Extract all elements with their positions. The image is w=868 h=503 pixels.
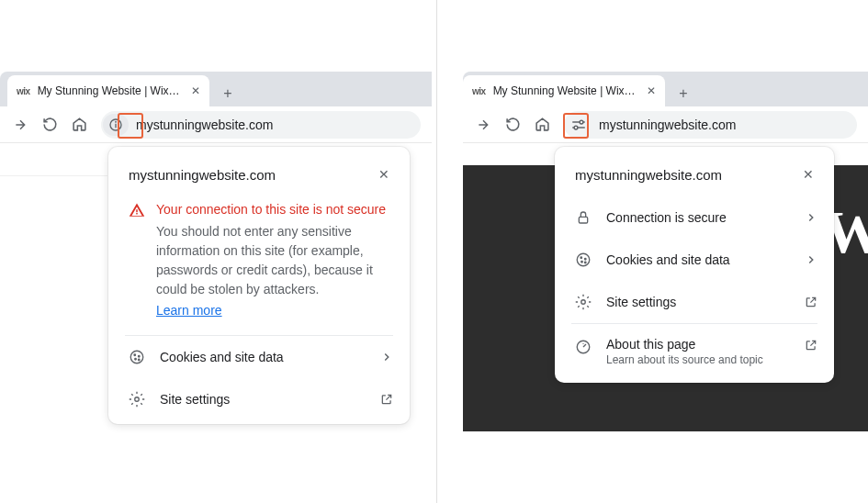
forward-button[interactable] [7,112,33,138]
svg-point-18 [585,262,587,263]
address-bar[interactable]: mystunningwebsite.com [101,111,421,139]
svg-point-8 [135,397,140,402]
warning-triangle-icon [129,202,145,319]
lock-icon [575,209,592,226]
svg-point-7 [139,359,141,361]
gauge-icon [575,339,592,355]
address-bar[interactable]: mystunningwebsite.com [564,111,857,139]
info-icon [108,117,123,132]
external-link-icon [380,393,393,406]
site-info-popup: mystunningwebsite.com ✕ Your connection … [108,147,410,424]
chevron-right-icon [805,211,817,224]
svg-point-14 [577,253,590,266]
cookies-row[interactable]: Cookies and site data [555,239,834,281]
external-link-icon [805,339,817,352]
forward-button[interactable] [470,112,496,138]
settings-label: Site settings [160,392,366,407]
svg-rect-13 [579,217,587,223]
site-info-popup: mystunningwebsite.com ✕ Connection is se… [555,147,834,383]
page-background-strip [0,143,107,176]
tab-strip: wix My Stunning Website | Wix.com ✕ + [463,72,868,106]
chevron-right-icon [380,351,393,363]
cookies-label: Cookies and site data [160,350,366,364]
url-text: mystunningwebsite.com [592,117,736,132]
svg-point-19 [581,300,586,305]
tab-title: My Stunning Website | Wix.com [493,84,636,97]
url-text: mystunningwebsite.com [129,117,273,132]
warning-title: Your connection to this site is not secu… [156,202,389,217]
svg-point-16 [585,259,587,261]
home-button[interactable] [529,112,555,138]
tab-strip: wix My Stunning Website | Wix.com ✕ + [0,72,432,106]
cookies-label: Cookies and site data [606,252,790,267]
learn-more-link[interactable]: Learn more [156,303,222,318]
cookie-icon [129,349,145,365]
cookie-icon [575,252,592,268]
security-warning: Your connection to this site is not secu… [108,196,410,335]
popup-domain-title: mystunningwebsite.com [129,167,276,183]
browser-tab[interactable]: wix My Stunning Website | Wix.com ✕ [463,75,665,106]
browser-window-secure: wix My Stunning Website | Wix.com ✕ + my… [463,0,868,503]
about-label: About this page [606,337,790,352]
settings-label: Site settings [606,295,790,309]
tune-icon [570,117,587,132]
site-info-button-insecure[interactable] [103,114,129,136]
reload-button[interactable] [37,112,62,138]
secure-label: Connection is secure [606,210,790,225]
about-subtitle: Learn about its source and topic [606,353,790,366]
svg-point-10 [580,120,583,124]
cookies-row[interactable]: Cookies and site data [108,336,410,378]
popup-domain-title: mystunningwebsite.com [575,167,722,183]
connection-secure-row[interactable]: Connection is secure [555,196,834,239]
external-link-icon [805,296,817,308]
about-page-row[interactable]: About this page Learn about its source a… [555,324,834,383]
chevron-right-icon [805,253,817,266]
browser-tab[interactable]: wix My Stunning Website | Wix.com ✕ [7,75,209,106]
site-settings-row[interactable]: Site settings [108,378,410,424]
close-tab-icon[interactable]: ✕ [647,84,656,97]
browser-toolbar: mystunningwebsite.com [463,106,868,143]
svg-point-2 [116,121,117,122]
site-info-button-secure[interactable] [566,114,592,136]
browser-window-insecure: wix My Stunning Website | Wix.com ✕ + my… [0,0,432,503]
wix-favicon: wix [472,86,486,96]
gear-icon [575,294,592,310]
svg-point-12 [574,126,578,129]
svg-point-4 [134,354,136,356]
reload-button[interactable] [500,112,525,138]
vertical-divider [436,0,437,503]
tab-title: My Stunning Website | Wix.com [38,84,180,97]
wix-favicon: wix [17,86,30,96]
gear-icon [129,391,145,408]
svg-point-17 [581,262,583,263]
svg-point-15 [581,257,582,259]
svg-point-6 [135,359,137,361]
warning-description: You should not enter any sensitive infor… [156,222,389,299]
close-tab-icon[interactable]: ✕ [191,84,200,97]
new-tab-button[interactable]: + [215,81,241,106]
svg-point-5 [139,356,141,358]
svg-point-3 [130,351,143,363]
browser-toolbar: mystunningwebsite.com [0,106,432,143]
home-button[interactable] [66,112,92,138]
popup-close-button[interactable]: ✕ [375,163,393,185]
popup-close-button[interactable]: ✕ [799,163,817,185]
new-tab-button[interactable]: + [671,81,696,106]
site-settings-row[interactable]: Site settings [555,281,834,323]
